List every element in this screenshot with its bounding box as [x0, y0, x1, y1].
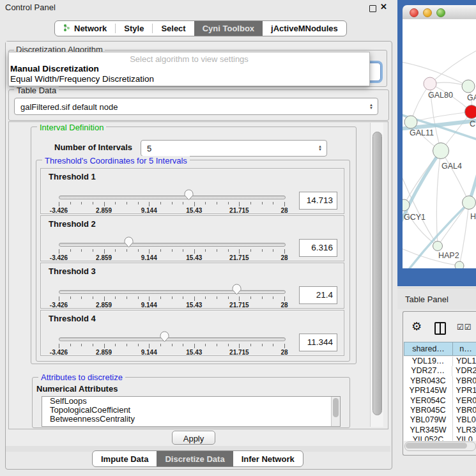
table-row[interactable]: YIL052CYIL0 [404, 435, 476, 441]
network-edge[interactable] [441, 151, 469, 203]
cell-name[interactable]: YDR2 [452, 366, 476, 376]
apply-button[interactable]: Apply [172, 431, 215, 445]
minimize-window-icon[interactable] [423, 8, 432, 17]
close-panel-icon[interactable]: ✕ [380, 2, 387, 12]
list-scrollbar[interactable] [331, 397, 340, 426]
network-node-gal4[interactable] [433, 143, 449, 159]
dropdown-item-equal-width[interactable]: Equal Width/Frequency Discretization [10, 74, 154, 84]
cell-name[interactable]: YIL0 [453, 435, 473, 441]
network-node-h[interactable] [463, 196, 476, 210]
cell-name[interactable]: YLR3 [453, 426, 476, 435]
close-window-icon[interactable] [410, 8, 418, 17]
cell-name[interactable]: YBR0 [453, 376, 476, 386]
slider-track[interactable] [59, 290, 286, 294]
slider-thumb[interactable] [124, 236, 134, 250]
slider-tick [284, 249, 285, 254]
select-columns-icon[interactable]: ☑☑ [457, 323, 472, 332]
slider-track[interactable] [59, 243, 286, 247]
table-row[interactable]: YBR043CYBR0 [404, 376, 476, 386]
slider-tick-label: 9.144 [130, 302, 168, 309]
slider-tick-label: 15.43 [175, 207, 213, 214]
cell-shared-name[interactable]: YIL052C [404, 435, 453, 441]
horizontal-scrollbar-thumb[interactable] [406, 443, 467, 449]
table-rows: YDL19…YDL1YDR27…YDR2YBR043CYBR0YPR145WYP… [404, 357, 476, 441]
table-row[interactable]: YLR345WYLR3 [404, 426, 476, 435]
slider-tick [273, 296, 273, 299]
slider-thumb[interactable] [160, 331, 169, 345]
cell-name[interactable]: YER0 [453, 396, 476, 406]
tab-infer-network[interactable]: Infer Network [233, 451, 303, 466]
table-row[interactable]: YDL19…YDL1 [404, 357, 476, 366]
slider-thumb[interactable] [184, 189, 194, 203]
cell-shared-name[interactable]: YPR145W [404, 386, 453, 395]
tab-impute-data[interactable]: Impute Data [93, 451, 157, 466]
slider-track[interactable] [59, 337, 286, 341]
threshold-label: Threshold 1 [49, 172, 96, 181]
slider-tick [284, 344, 285, 348]
cell-shared-name[interactable]: YBL079W [404, 415, 453, 425]
slider-tick-label: 28 [265, 254, 303, 261]
tab-style[interactable]: Style [116, 21, 152, 36]
cell-name[interactable]: YBL0 [453, 415, 476, 425]
zoom-window-icon[interactable] [436, 8, 445, 17]
split-columns-icon[interactable] [434, 322, 446, 335]
cell-shared-name[interactable]: YBR045C [404, 406, 453, 415]
cell-shared-name[interactable]: YDR27… [404, 366, 452, 376]
network-graph: GAL80GACGAL11GAL4GCY1HHAP2 [403, 19, 476, 268]
network-node-gal80[interactable] [424, 77, 436, 90]
network-node-gal11[interactable] [404, 116, 417, 128]
column-header-shared-name[interactable]: shared… [404, 342, 453, 356]
gear-icon[interactable]: ⚙ [411, 319, 422, 334]
tab-network[interactable]: Network [55, 21, 115, 36]
cell-shared-name[interactable]: YDL19… [404, 357, 453, 366]
attribute-list-item[interactable]: BetweennessCentrality [42, 415, 340, 424]
cell-shared-name[interactable]: YBR043C [404, 376, 453, 386]
slider-tick [172, 296, 173, 299]
dropdown-item-manual[interactable]: Manual Discretization [10, 64, 99, 73]
slider-thumb[interactable] [232, 284, 242, 298]
network-node-hap2[interactable] [433, 242, 443, 251]
network-window-titlebar[interactable] [403, 5, 476, 20]
tab-cyni-toolbox[interactable]: Cyni Toolbox [194, 21, 263, 36]
cell-shared-name[interactable]: YER054C [404, 396, 453, 406]
table-row[interactable]: YDR27…YDR2 [404, 366, 476, 376]
number-of-intervals-combobox[interactable]: 5 ▲▼ [141, 140, 327, 157]
threshold-box: Threshold 1-3.4262.8599.14415.4321.71528… [40, 168, 344, 214]
table-row[interactable]: YPR145WYPR1 [404, 386, 476, 395]
network-node-c[interactable] [465, 105, 476, 119]
tab-select[interactable]: Select [153, 21, 194, 36]
threshold-value-field[interactable]: 21.4 [299, 286, 337, 304]
horizontal-scrollbar[interactable] [404, 441, 476, 451]
slider-tick [115, 202, 116, 204]
list-scrollbar-thumb[interactable] [333, 398, 339, 417]
threshold-box: Threshold 3-3.4262.8599.14415.4321.71528… [40, 263, 344, 309]
attribute-list-item[interactable]: TopologicalCoefficient [42, 406, 340, 415]
threshold-value-field[interactable]: 14.713 [299, 192, 337, 210]
slider-tick [217, 344, 217, 346]
threshold-value-field[interactable]: 6.316 [299, 239, 337, 257]
slider-tick [217, 202, 217, 204]
table-row[interactable]: YER054CYER0 [404, 396, 476, 406]
cell-name[interactable]: YBR0 [453, 406, 476, 415]
slider-tick-label: 2.859 [85, 207, 123, 214]
cell-name[interactable]: YPR1 [453, 386, 476, 395]
table-data-combobox[interactable]: galFiltered.sif default node ▲▼ [14, 98, 378, 115]
network-node-ga[interactable] [462, 80, 475, 93]
network-canvas[interactable]: GAL80GACGAL11GAL4GCY1HHAP2 [403, 19, 476, 268]
attribute-list-item[interactable]: SelfLoops [42, 397, 340, 406]
vertical-scrollbar-thumb[interactable] [372, 132, 382, 415]
slider-tick [205, 249, 206, 252]
tab-discretize-data[interactable]: Discretize Data [157, 451, 233, 466]
cell-name[interactable]: YDL1 [453, 357, 476, 366]
column-header-name[interactable]: n… [453, 342, 476, 356]
table-row[interactable]: YBR045CYBR0 [404, 406, 476, 415]
tab-jactivemnodules[interactable]: jActiveMNodules [263, 21, 346, 36]
table-row[interactable]: YBL079WYBL0 [404, 415, 476, 425]
vertical-scrollbar[interactable] [370, 123, 383, 427]
float-panel-icon[interactable] [369, 5, 376, 12]
bottom-tabbar: Impute Data Discretize Data Infer Networ… [92, 450, 303, 467]
threshold-value-field[interactable]: 11.344 [299, 334, 337, 351]
cell-shared-name[interactable]: YLR345W [404, 426, 453, 435]
slider-track[interactable] [59, 196, 286, 199]
network-node[interactable] [455, 261, 464, 268]
